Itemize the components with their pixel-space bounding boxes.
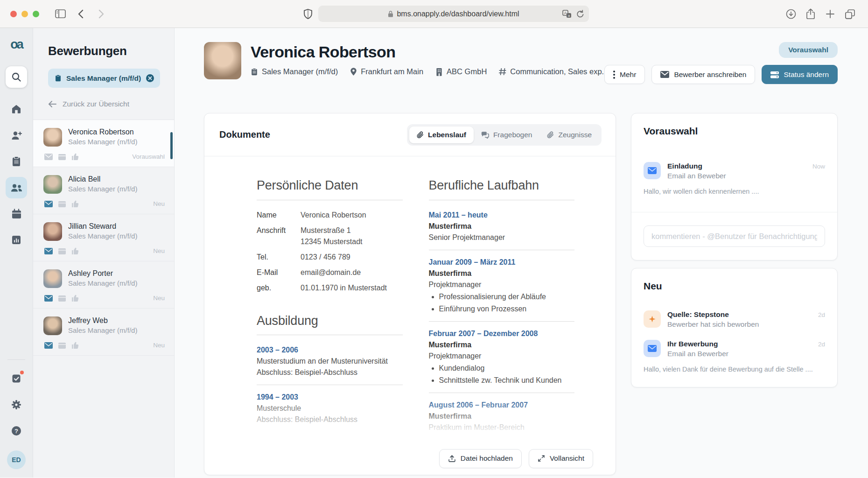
help-icon[interactable]: ? bbox=[6, 420, 27, 442]
activity-panel: Vorauswahl Einladung Email an Beweber No… bbox=[631, 113, 838, 387]
thumbs-up-icon bbox=[71, 247, 79, 254]
jobs-clipboard-icon[interactable] bbox=[6, 151, 27, 172]
activity-item-einladung[interactable]: Einladung Email an Beweber Now bbox=[644, 162, 825, 180]
education-entry: 2003 – 2006 Musterstudium an der Musteru… bbox=[257, 344, 403, 378]
applicant-row-alicia-bell[interactable]: Alicia Bell Sales Manager (m/f/d) Neu bbox=[33, 167, 174, 214]
applicant-row-ashley-porter[interactable]: Ashley Porter Sales Manager (m/f/d) Neu bbox=[33, 261, 174, 309]
sidebar-toggle-icon[interactable] bbox=[52, 7, 68, 21]
applicant-sidebar: Bewerbungen Sales Manager (m/f/d) bbox=[33, 28, 175, 478]
cv-right-column: Berufliche Laufbahn Mai 2011 – heute Mus… bbox=[429, 176, 575, 442]
profile-avatar bbox=[204, 42, 241, 79]
career-entry: Januar 2009 – März 2011 Musterfirma Proj… bbox=[429, 257, 575, 315]
applicant-row-jillian-steward[interactable]: Jillian Steward Sales Manager (m/f/d) Ne… bbox=[33, 214, 174, 261]
status-badge: Vorauswahl bbox=[132, 153, 165, 160]
user-avatar[interactable]: ED bbox=[7, 450, 26, 469]
vorauswahl-card: Vorauswahl Einladung Email an Beweber No… bbox=[631, 113, 838, 260]
full-view-button[interactable]: Vollansicht bbox=[529, 449, 593, 468]
timestamp: 2d bbox=[818, 310, 825, 318]
cv-viewer[interactable]: Persönliche Daten NameVeronica Robertson… bbox=[204, 156, 616, 442]
career-entry: August 2006 – Februar 2007 Musterfirma P… bbox=[429, 400, 575, 443]
translate-icon[interactable]: A a bbox=[562, 10, 572, 18]
close-window-button[interactable] bbox=[10, 11, 17, 17]
timestamp: Now bbox=[812, 162, 825, 170]
job-filter-chip[interactable]: Sales Manager (m/f/d) bbox=[48, 69, 160, 88]
profile-name: Veronica Robertson bbox=[251, 43, 604, 61]
cv-heading-career: Berufliche Laufbahn bbox=[429, 176, 575, 200]
cv-heading-education: Ausbildung bbox=[257, 311, 403, 336]
applicant-avatar bbox=[43, 222, 62, 241]
browser-chrome: bms.onapply.de/dashboard/view.html A a bbox=[0, 0, 868, 28]
status-badge: Neu bbox=[153, 342, 165, 349]
thumbs-up-icon bbox=[71, 295, 79, 302]
source-sparkle-icon bbox=[644, 310, 661, 328]
clear-filter-icon[interactable] bbox=[146, 74, 154, 83]
url-text: bms.onapply.de/dashboard/view.html bbox=[397, 10, 519, 18]
thumbs-up-icon bbox=[71, 200, 79, 207]
kebab-menu-icon bbox=[613, 70, 615, 79]
mail-icon bbox=[44, 248, 53, 254]
comment-input[interactable] bbox=[644, 225, 825, 247]
hash-icon bbox=[499, 68, 506, 76]
mail-icon bbox=[44, 342, 53, 349]
envelope-icon bbox=[660, 71, 669, 78]
applicants-people-icon[interactable] bbox=[6, 177, 27, 198]
back-to-overview-link[interactable]: Zurück zur Übersicht bbox=[48, 100, 129, 108]
privacy-shield-icon[interactable] bbox=[303, 8, 313, 20]
activity-item-bewerbung[interactable]: Ihr Bewerbung Email an Bewerber 2d bbox=[644, 340, 825, 358]
upload-file-button[interactable]: Datei hochladen bbox=[439, 449, 522, 468]
document-tabs: Lebenslauf Fragebogen bbox=[407, 124, 602, 146]
zoom-window-button[interactable] bbox=[33, 11, 39, 17]
applicant-row-jeffrey-web[interactable]: Jeffrey Web Sales Manager (m/f/d) Neu bbox=[33, 309, 174, 356]
email-preview: Hallo, wir wollen dich kennenlernen .... bbox=[644, 188, 825, 195]
tasks-icon[interactable] bbox=[6, 368, 27, 389]
meta-location: Frankfurt am Main bbox=[350, 67, 423, 76]
email-preview: Hallo, vielen Dank für deine Bewerbung a… bbox=[644, 366, 825, 373]
activity-item-stepstone[interactable]: Quelle: Stepstone Bewerber hat sich bewo… bbox=[644, 310, 825, 329]
main-content: Veronica Robertson Sales Manager (m/f/d) bbox=[175, 28, 868, 478]
icon-rail: oa bbox=[0, 28, 33, 478]
onapply-logo: oa bbox=[10, 37, 22, 52]
calendar-icon[interactable] bbox=[6, 203, 27, 225]
calendar-icon bbox=[58, 200, 66, 207]
applicant-avatar bbox=[43, 175, 62, 194]
clipboard-icon bbox=[55, 74, 62, 82]
tab-lebenslauf[interactable]: Lebenslauf bbox=[409, 127, 474, 143]
tab-zeugnisse[interactable]: Zeugnisse bbox=[539, 127, 599, 143]
expand-icon bbox=[538, 455, 545, 462]
tab-fragebogen[interactable]: Fragebogen bbox=[474, 127, 540, 143]
new-tab-icon[interactable] bbox=[822, 7, 838, 21]
downloads-icon[interactable] bbox=[783, 7, 799, 21]
notification-dot bbox=[20, 371, 24, 374]
status-badge: Neu bbox=[153, 200, 165, 207]
upload-icon bbox=[448, 455, 456, 463]
career-entry: Mai 2011 – heute Musterfirma Senior Proj… bbox=[429, 210, 575, 243]
neu-title: Neu bbox=[644, 281, 825, 292]
statistics-icon[interactable] bbox=[6, 229, 27, 251]
minimize-window-button[interactable] bbox=[21, 11, 28, 17]
add-applicant-icon[interactable] bbox=[6, 125, 27, 146]
reload-icon[interactable] bbox=[576, 10, 584, 18]
filter-label: Sales Manager (m/f/d) bbox=[66, 74, 141, 83]
contact-applicant-button[interactable]: Bewerber anschreiben bbox=[651, 65, 755, 84]
documents-footer: Datei hochladen Vollansicht bbox=[204, 442, 616, 475]
building-icon bbox=[435, 68, 443, 76]
chat-bubbles-icon bbox=[481, 131, 489, 139]
applicant-row-veronica-robertson[interactable]: Veronica Robertson Sales Manager (m/f/d)… bbox=[33, 120, 174, 167]
address-bar[interactable]: bms.onapply.de/dashboard/view.html A a bbox=[318, 6, 589, 22]
window-controls[interactable] bbox=[10, 11, 39, 17]
back-button[interactable] bbox=[73, 7, 89, 21]
neu-card: Neu Quelle: Stepstone Bewerber hat sich … bbox=[631, 268, 838, 387]
applicant-avatar bbox=[43, 128, 62, 147]
settings-gear-icon[interactable] bbox=[6, 394, 27, 415]
home-icon[interactable] bbox=[6, 98, 27, 120]
meta-company: ABC GmbH bbox=[435, 67, 487, 76]
clipboard-icon bbox=[251, 68, 258, 76]
documents-card: Dokumente Lebenslauf bbox=[204, 113, 616, 475]
share-icon[interactable] bbox=[803, 7, 819, 21]
more-button[interactable]: Mehr bbox=[604, 65, 645, 84]
search-icon[interactable] bbox=[6, 66, 27, 88]
timestamp: 2d bbox=[818, 340, 825, 348]
tab-overview-icon[interactable] bbox=[842, 7, 858, 21]
forward-button[interactable] bbox=[93, 7, 109, 21]
change-status-button[interactable]: Status ändern bbox=[762, 65, 838, 84]
